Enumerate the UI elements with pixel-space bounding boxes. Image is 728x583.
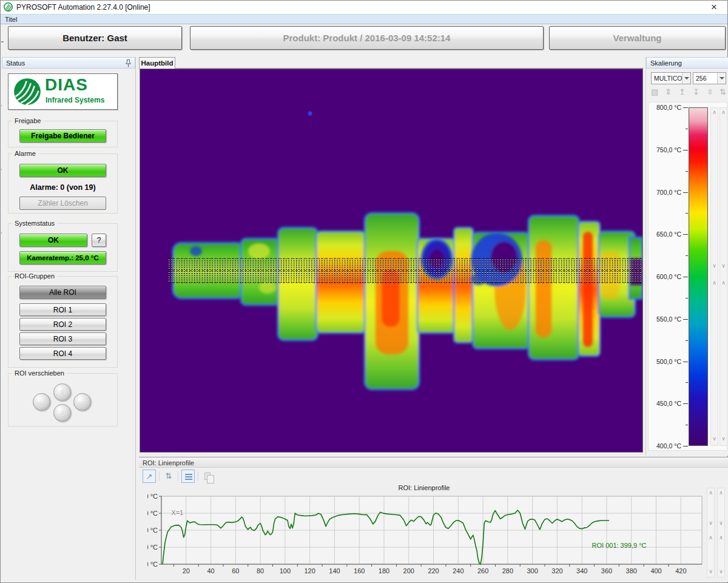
chart-max-spinner: ∧ ∨ ∧ ∨	[707, 488, 715, 578]
palette-select[interactable]: MULTICOLOR	[651, 72, 691, 84]
scale-shrink-icon[interactable]: ⇅	[720, 87, 726, 96]
main-toolbar: Benutzer: Gast Produkt: Produkt / 2016-0…	[1, 24, 727, 53]
svg-text:20: 20	[183, 567, 190, 575]
svg-text:260: 260	[477, 567, 488, 575]
thermal-image-view[interactable]	[140, 69, 643, 453]
alarme-label: Alarme	[12, 150, 38, 157]
kameratemp-button[interactable]: Kameratemp.: 25,0 °C	[19, 251, 106, 265]
freigabe-bediener-button[interactable]: Freigabe Bediener	[19, 129, 106, 143]
systemstatus-ok-button[interactable]: OK	[19, 234, 87, 247]
tabstrip: Hauptbild	[139, 57, 644, 69]
move-right-button[interactable]: →	[73, 393, 91, 411]
user-button[interactable]: Benutzer: Gast	[8, 26, 182, 50]
spin-down-icon[interactable]: ∨	[718, 568, 724, 575]
svg-text:40: 40	[207, 567, 214, 575]
move-left-button[interactable]: ←	[33, 393, 50, 411]
tab-hauptbild[interactable]: Hauptbild	[139, 57, 175, 69]
window-title: PYROSOFT Automation 2.27.4.0 [Online]	[16, 3, 150, 12]
spin-up-icon[interactable]: ∧	[707, 490, 714, 496]
roi-band	[168, 258, 641, 283]
svg-text:220: 220	[428, 567, 439, 575]
spin-down-icon[interactable]: ∨	[720, 263, 727, 269]
spin-up-icon[interactable]: ∧	[720, 280, 727, 286]
svg-text:420: 420	[675, 567, 686, 575]
copy-chart-icon[interactable]	[201, 470, 215, 483]
svg-text:X=1: X=1	[171, 509, 183, 516]
color-scale: 800,0 °C750,0 °C700,0 °C650,0 °C600,0 °C…	[648, 102, 727, 451]
svg-text:320: 320	[551, 567, 562, 575]
alle-roi-button[interactable]: Alle ROI	[19, 286, 106, 299]
export-chart-icon[interactable]: ↗	[143, 470, 156, 483]
svg-text:400: 400	[650, 567, 661, 575]
svg-text:280: 280	[502, 567, 513, 575]
levels-select[interactable]: 256	[693, 72, 726, 84]
spin-up-icon[interactable]: ∧	[718, 490, 724, 496]
help-button[interactable]: ?	[92, 234, 106, 247]
scale-max-spinner: ∧ ∨ ∧ ∨	[710, 107, 718, 446]
roi-gruppen-group: ROI-Gruppen Alle ROI ROI 1 ROI 2 ROI 3 R…	[8, 276, 118, 368]
spin-up-icon[interactable]: ∧	[707, 534, 714, 541]
scale-expand-icon[interactable]: ⇳	[707, 87, 713, 96]
scale-max-up-icon[interactable]: ↥	[679, 87, 686, 96]
svg-text:100: 100	[280, 567, 291, 575]
dias-logo: DIAS Infrared Systems	[8, 73, 118, 110]
roi-panel-header: ROI: Linienprofile	[139, 457, 728, 468]
autoscale-icon[interactable]: ⇅	[162, 470, 175, 483]
spin-up-icon[interactable]: ∧	[718, 534, 724, 541]
pin-icon[interactable]	[126, 59, 131, 67]
spin-down-icon[interactable]: ∨	[707, 520, 714, 526]
svg-text:60: 60	[232, 567, 239, 575]
spin-down-icon[interactable]: ∨	[718, 520, 724, 526]
svg-text:340: 340	[576, 567, 587, 575]
svg-text:140: 140	[329, 567, 340, 575]
svg-text:240: 240	[453, 567, 463, 575]
roi-2-button[interactable]: ROI 2	[19, 318, 106, 331]
roi-gruppen-label: ROI-Gruppen	[12, 272, 57, 280]
legend-toggle-icon[interactable]	[181, 470, 195, 483]
roi-3-button[interactable]: ROI 3	[19, 332, 106, 345]
scale-span-icon[interactable]: ⇕	[665, 87, 672, 96]
svg-text:ROI 001: 399,9 °C: ROI 001: 399,9 °C	[592, 542, 647, 549]
spin-up-icon[interactable]: ∧	[711, 109, 718, 115]
roi-1-button[interactable]: ROI 1	[19, 303, 106, 316]
roi-verschieben-label: ROI verschieben	[12, 369, 67, 377]
scale-labels: 800,0 °C750,0 °C700,0 °C650,0 °C600,0 °C…	[649, 103, 682, 450]
close-button[interactable]: ×	[708, 1, 720, 13]
alarme-count: Alarme: 0 (von 19)	[8, 183, 117, 192]
svg-text:800,0 °C: 800,0 °C	[147, 493, 158, 500]
scale-label: 550,0 °C	[656, 315, 681, 323]
spin-up-icon[interactable]: ∧	[720, 109, 727, 115]
svg-text:360: 360	[601, 567, 612, 575]
move-down-button[interactable]: ↓	[53, 404, 71, 422]
zaehler-loeschen-button[interactable]: Zähler Löschen	[19, 197, 106, 210]
svg-text:380: 380	[626, 567, 637, 575]
spin-down-icon[interactable]: ∨	[711, 263, 718, 269]
thermal-image	[140, 69, 642, 452]
scale-properties-icon[interactable]: ▤	[651, 87, 658, 96]
product-button[interactable]: Produkt: Produkt / 2016-03-09 14:52:14	[190, 26, 544, 50]
alarme-group: Alarme OK Alarme: 0 (von 19) Zähler Lösc…	[8, 153, 118, 214]
skalierung-panel: Skalierung MULTICOLOR 256 ▤ ⇕ ↥ ↧ ⇳ ⇅ 80…	[645, 57, 728, 456]
spin-up-icon[interactable]: ∧	[711, 280, 718, 286]
svg-text:120: 120	[304, 567, 315, 575]
move-up-button[interactable]: ↑	[53, 383, 71, 401]
alarme-status-button[interactable]: OK	[19, 164, 106, 177]
spin-down-icon[interactable]: ∨	[711, 436, 718, 442]
scale-label: 450,0 °C	[656, 400, 681, 407]
roi-panel-title: ROI: Linienprofile	[143, 459, 194, 467]
verwaltung-button[interactable]: Verwaltung	[549, 26, 726, 50]
scale-ticks	[682, 103, 688, 450]
logo-subtitle: Infrared Systems	[46, 96, 104, 104]
svg-text:160: 160	[354, 567, 365, 575]
status-panel-header: Status	[2, 57, 135, 69]
svg-text:300: 300	[527, 567, 538, 575]
freigabe-label: Freigabe	[12, 117, 43, 124]
titel-label: Titel	[5, 16, 17, 23]
spin-down-icon[interactable]: ∨	[707, 568, 714, 575]
scale-min-down-icon[interactable]: ↧	[693, 87, 699, 96]
roi-4-button[interactable]: ROI 4	[19, 347, 106, 360]
titel-bar: Titel	[1, 14, 727, 24]
hot-spot-marker	[308, 112, 312, 116]
spin-down-icon[interactable]: ∨	[720, 436, 727, 442]
chart-title: ROI: Linienprofile	[139, 484, 709, 491]
